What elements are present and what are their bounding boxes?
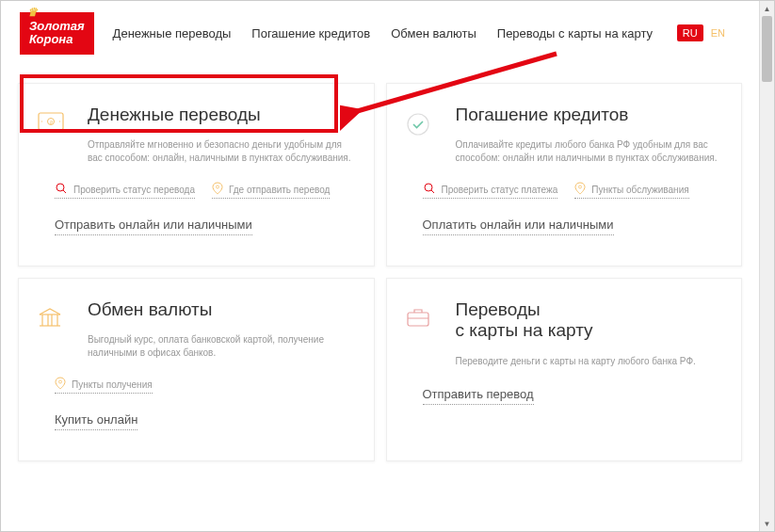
link-check-payment-status[interactable]: Проверить статус платежа <box>423 182 558 199</box>
card-transfers: ₽ Денежные переводы Отправляйте мгновенн… <box>18 83 375 266</box>
action-buy-online[interactable]: Купить онлайн <box>55 412 137 430</box>
svg-point-9 <box>425 184 432 191</box>
svg-line-6 <box>63 190 66 193</box>
svg-rect-19 <box>408 313 428 326</box>
card-card2card-desc: Переводите деньги с карты на карту любог… <box>456 355 725 368</box>
money-icon: ₽ <box>38 112 64 133</box>
nav-credits[interactable]: Погашение кредитов <box>251 26 370 40</box>
card-exchange-desc: Выгодный курс, оплата банковской картой,… <box>88 333 357 360</box>
nav: Денежные переводы Погашение кредитов Обм… <box>113 26 658 40</box>
nav-exchange[interactable]: Обмен валюты <box>391 26 476 40</box>
logo[interactable]: ♛ Золотая Корона <box>20 12 94 55</box>
scrollbar-arrow-up-icon[interactable]: ▲ <box>760 1 774 16</box>
briefcase-icon <box>406 307 432 328</box>
card-card2card: Переводы с карты на карту Переводите ден… <box>386 278 743 461</box>
svg-point-5 <box>57 184 64 191</box>
card-credits-desc: Оплачивайте кредиты любого банка РФ удоб… <box>456 138 725 165</box>
card-card2card-title: Переводы с карты на карту <box>456 299 725 343</box>
link-pickup-points[interactable]: Пункты получения <box>55 377 153 394</box>
action-send-transfer[interactable]: Отправить онлайн или наличными <box>55 218 252 235</box>
link-where-to-send[interactable]: Где отправить перевод <box>212 182 330 199</box>
svg-point-18 <box>59 380 62 383</box>
search-icon <box>55 182 68 197</box>
link-service-points[interactable]: Пункты обслуживания <box>574 182 688 199</box>
cards-grid: ₽ Денежные переводы Отправляйте мгновенн… <box>1 66 759 478</box>
action-pay-credit[interactable]: Оплатить онлайн или наличными <box>423 218 614 235</box>
svg-point-7 <box>217 185 219 188</box>
scrollbar[interactable]: ▲ ▼ <box>759 1 774 531</box>
logo-text-2: Корона <box>29 32 73 46</box>
card-exchange-title: Обмен валюты <box>88 299 357 321</box>
header: ♛ Золотая Корона Денежные переводы Погаш… <box>1 1 759 66</box>
pin-icon <box>55 377 66 392</box>
building-icon <box>38 307 64 328</box>
card-credits: Погашение кредитов Оплачивайте кредиты л… <box>386 83 743 266</box>
card-exchange: Обмен валюты Выгодный курс, оплата банко… <box>18 278 375 461</box>
scrollbar-thumb[interactable] <box>762 16 772 82</box>
crown-icon: ♛ <box>27 7 38 19</box>
scrollbar-arrow-down-icon[interactable]: ▼ <box>760 516 774 531</box>
lang-en[interactable]: EN <box>705 24 731 41</box>
pin-icon <box>574 182 586 197</box>
lang-switcher: RU EN <box>677 24 731 41</box>
action-send-card-transfer[interactable]: Отправить перевод <box>423 387 534 405</box>
nav-transfers[interactable]: Денежные переводы <box>113 26 232 40</box>
logo-text-1: Золотая <box>29 19 85 33</box>
svg-line-10 <box>431 190 434 193</box>
lang-ru[interactable]: RU <box>677 24 703 41</box>
nav-card2card[interactable]: Переводы с карты на карту <box>497 26 653 40</box>
svg-point-11 <box>579 185 582 188</box>
check-circle-icon <box>406 112 432 133</box>
svg-point-8 <box>408 114 428 135</box>
card-transfers-title: Денежные переводы <box>88 105 357 126</box>
pin-icon <box>212 182 223 197</box>
search-icon <box>423 182 436 197</box>
card-transfers-desc: Отправляйте мгновенно и безопасно деньги… <box>88 138 357 165</box>
link-check-transfer-status[interactable]: Проверить статус перевода <box>55 182 195 199</box>
card-credits-title: Погашение кредитов <box>456 105 725 126</box>
